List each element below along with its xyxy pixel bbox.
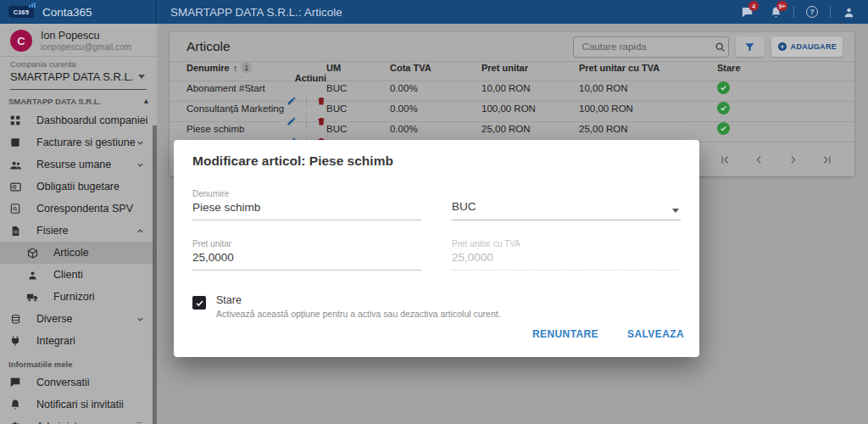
budget-icon [8, 180, 22, 193]
company-selector[interactable]: Compania curenta SMARTAPP DATA S.R.L. [0, 56, 157, 90]
brand-name: Conta365 [42, 6, 92, 19]
sidebar: C Ion Popescu ionpopescu@gmail.com Compa… [0, 24, 157, 424]
avatar: C [10, 30, 32, 52]
pret-unitar-tva-input [452, 249, 681, 271]
table-header: Denumire ↑ 1 UM Cota TVA Pret unitar Pre… [170, 61, 854, 81]
sidebar-item-diverse[interactable]: Diverse [0, 308, 157, 330]
sort-asc-icon: ↑ [233, 63, 238, 73]
user-panel[interactable]: C Ion Popescu ionpopescu@gmail.com [0, 24, 157, 56]
cell-pret-unitar-tva: 25,00 RON [579, 124, 717, 134]
logo-bars-icon [29, 3, 36, 8]
column-header-pret-unitar[interactable]: Pret unitar [481, 63, 579, 73]
column-header-pret-unitar-tva[interactable]: Pret unitar cu TVA [579, 63, 717, 73]
messages-icon[interactable]: 4 [732, 0, 761, 24]
sidebar-item-notificari[interactable]: Notificari si invitatii [0, 393, 157, 416]
um-select[interactable]: BUC [452, 189, 681, 220]
page-title: SMARTAPP DATA S.R.L.: Articole [170, 6, 342, 19]
card-toolbar: Articole ADAUGARE [170, 32, 854, 61]
divider [793, 6, 794, 18]
cancel-button[interactable]: RENUNTARE [531, 325, 600, 343]
topbar: C365 Conta365 SMARTAPP DATA S.R.L.: Arti… [0, 0, 868, 24]
cell-um: BUC [326, 103, 390, 114]
chevron-down-icon [136, 160, 145, 170]
plug-icon [8, 334, 22, 348]
stare-checkbox[interactable] [192, 296, 206, 310]
database-icon [8, 312, 22, 326]
grid-icon [8, 114, 22, 127]
cell-pret-unitar-tva: 100,00 RON [579, 103, 717, 114]
sidebar-item-facturare[interactable]: Facturare si gestiune [0, 131, 157, 153]
column-header-actiuni: Actiuni [186, 73, 326, 83]
cell-pret-unitar: 100,00 RON [481, 103, 579, 114]
pret-unitar-tva-label: Pret unitar cu TVA [452, 239, 681, 248]
cell-cota-tva: 0.00% [390, 124, 481, 134]
first-page-button[interactable] [720, 154, 731, 165]
search-box [573, 36, 729, 58]
filter-button[interactable] [736, 36, 765, 57]
chat-icon [8, 376, 22, 389]
cell-pret-unitar: 25,00 RON [481, 124, 579, 134]
search-icon [715, 42, 726, 53]
pret-unitar-input[interactable] [192, 249, 421, 271]
person-icon [25, 268, 39, 282]
save-button[interactable]: SALVEAZA [626, 325, 686, 343]
search-input[interactable] [581, 41, 715, 53]
sidebar-section-label: SMARTAPP DATA S.R.L. [8, 97, 101, 106]
sidebar-item-obligatii[interactable]: Obligatii bugetare [0, 176, 157, 198]
stare-description: Activează această opțiune pentru a activ… [216, 309, 501, 319]
sidebar-item-resurse-umane[interactable]: Resurse umane [0, 153, 157, 176]
bell-icon[interactable]: 9+ [761, 0, 790, 24]
sidebar-scrollbar[interactable] [153, 126, 157, 424]
pret-unitar-label: Pret unitar [192, 239, 421, 248]
cell-um: BUC [326, 124, 390, 134]
cell-pret-unitar-tva: 10,00 RON [579, 83, 717, 93]
notifications-badge: 9+ [776, 1, 787, 11]
cell-cota-tva: 0.00% [390, 83, 481, 93]
sidebar-item-furnizori[interactable]: Furnizori [0, 286, 157, 308]
scroll-up-icon[interactable]: ▲ [142, 98, 150, 105]
column-header-cota-tva[interactable]: Cota TVA [390, 63, 481, 73]
denumire-input[interactable] [192, 199, 421, 220]
sidebar-item-integrari[interactable]: Integrari [0, 330, 157, 352]
sidebar-section-personal: Informatiile mele [0, 352, 157, 371]
stare-label: Stare [216, 294, 501, 306]
table-row[interactable]: Consultanță Marketing BUC 0.00% 100,00 R… [170, 102, 854, 122]
last-page-button[interactable] [821, 154, 832, 165]
chevron-down-icon [138, 75, 145, 79]
sidebar-item-administrare[interactable]: Administrare companii [0, 416, 157, 424]
sidebar-item-clienti[interactable]: Clienti [0, 264, 157, 286]
add-button[interactable]: ADAUGARE [771, 36, 843, 57]
cell-denumire: Abonament #Start [186, 83, 326, 93]
sidebar-item-fisiere[interactable]: Fisiere [0, 220, 157, 242]
cube-icon [25, 246, 39, 259]
chevron-up-icon [136, 226, 145, 236]
sidebar-item-corespondenta[interactable]: Corespondenta SPV [0, 198, 157, 220]
next-page-button[interactable] [787, 154, 798, 165]
denumire-field: Denumire [192, 189, 421, 220]
chevron-down-icon [136, 315, 145, 324]
sidebar-item-articole[interactable]: Articole [0, 242, 157, 264]
user-email: ionpopescu@gmail.com [41, 42, 131, 52]
gear-icon [8, 420, 22, 424]
column-header-stare[interactable]: Stare [717, 63, 837, 73]
document-search-icon [8, 202, 22, 215]
chevron-down-icon [672, 209, 679, 213]
column-header-denumire[interactable]: Denumire ↑ 1 [186, 62, 326, 73]
people-icon [8, 158, 22, 171]
table-row[interactable]: Abonament #Start BUC 0.00% 10,00 RON 10,… [170, 81, 854, 102]
previous-page-button[interactable] [754, 154, 765, 165]
company-selector-label: Compania curenta [10, 59, 147, 69]
edit-article-modal: Modificare articol: Piese schimb Denumir… [174, 140, 699, 357]
check-icon [195, 298, 204, 308]
sidebar-item-conversatii[interactable]: Conversatii [0, 371, 157, 393]
um-select-value: BUC [452, 200, 476, 213]
help-icon[interactable]: ? [798, 0, 826, 24]
sort-order-badge: 1 [241, 62, 252, 73]
account-icon[interactable] [834, 0, 863, 24]
cell-um: BUC [326, 83, 390, 93]
column-header-um[interactable]: UM [326, 63, 390, 73]
add-button-label: ADAUGARE [791, 42, 837, 51]
user-name: Ion Popescu [41, 30, 131, 42]
sidebar-item-dashboard[interactable]: Dashboardul companiei [0, 109, 157, 131]
plus-circle-icon [777, 42, 787, 52]
